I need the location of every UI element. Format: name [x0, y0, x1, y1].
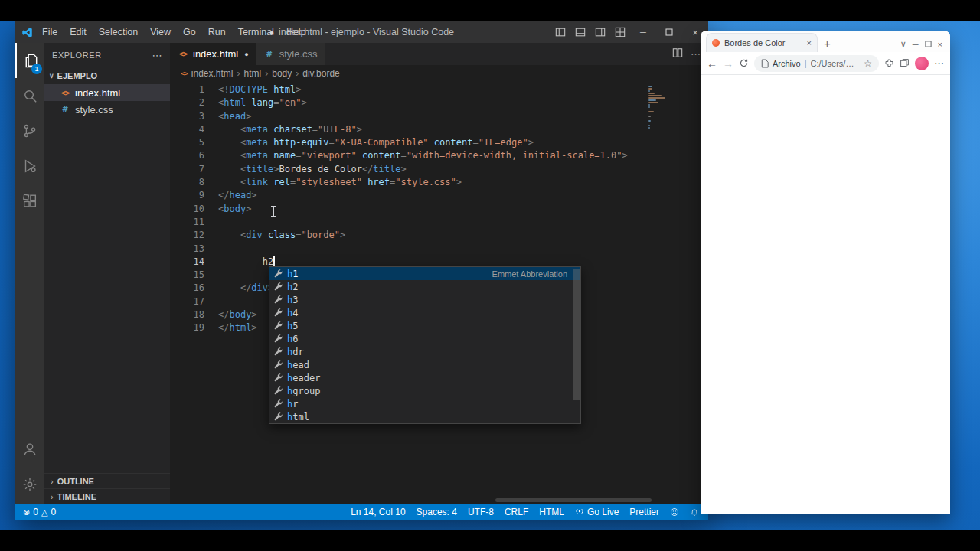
- suggestion-html[interactable]: html: [270, 410, 580, 423]
- maximize-button[interactable]: [656, 21, 682, 43]
- forward-button[interactable]: →: [723, 58, 733, 69]
- modified-dot-icon: ●: [244, 51, 248, 58]
- titlebar-actions: ─ ×: [550, 21, 708, 43]
- browser-menu-icon[interactable]: ⋯: [934, 57, 944, 69]
- tab-index.html[interactable]: <>index.html●: [170, 43, 256, 65]
- customize-layout-icon[interactable]: [610, 21, 630, 43]
- status-html[interactable]: HTML: [539, 507, 564, 517]
- suggestion-h2[interactable]: h2: [270, 280, 580, 293]
- activitybar-settings[interactable]: [15, 467, 44, 502]
- code-line-12: 12 <div class="borde">: [170, 229, 708, 242]
- profile-avatar[interactable]: [915, 57, 929, 70]
- activitybar-account[interactable]: [15, 432, 44, 467]
- explorer-more-actions-icon[interactable]: ⋯: [152, 50, 162, 61]
- breadcrumb: <>index.html›html›body›div.borde: [170, 65, 708, 82]
- file-name: index.html: [75, 87, 120, 99]
- vscode-titlebar[interactable]: FileEditSelectionViewGoRunTerminalHelp ●…: [15, 21, 708, 43]
- suggestion-h3[interactable]: h3: [270, 293, 580, 306]
- menu-selection[interactable]: Selection: [93, 21, 144, 43]
- favorites-star-icon[interactable]: ☆: [864, 58, 872, 69]
- activitybar-search[interactable]: [15, 78, 44, 113]
- status-utf-8[interactable]: UTF-8: [468, 507, 494, 517]
- browser-minimize-button[interactable]: ─: [913, 40, 919, 49]
- explorer-sidebar: EXPLORER ⋯ ∨ EJEMPLO <>index.html#style.…: [44, 43, 170, 504]
- status-prettier[interactable]: Prettier: [629, 507, 659, 517]
- status-spaces-4[interactable]: Spaces: 4: [416, 507, 457, 517]
- extensions-icon[interactable]: [884, 58, 894, 68]
- browser-tab-title: Bordes de Color: [724, 38, 786, 47]
- line-number: 12: [170, 229, 204, 242]
- browser-page-content[interactable]: [701, 75, 950, 514]
- tab-style.css[interactable]: #style.css: [256, 43, 326, 65]
- collections-icon[interactable]: [900, 58, 910, 68]
- breadcrumb-item-div.borde[interactable]: div.borde: [302, 68, 339, 79]
- toggle-secondary-sidebar-icon[interactable]: [590, 21, 610, 43]
- suggestion-h4[interactable]: h4: [270, 306, 580, 319]
- new-tab-button[interactable]: +: [824, 37, 831, 49]
- activitybar-explorer[interactable]: 1: [15, 43, 44, 78]
- suggestion-h5[interactable]: h5: [270, 319, 580, 332]
- activitybar-extensions[interactable]: [15, 184, 44, 219]
- suggestion-h6[interactable]: h6: [270, 332, 580, 345]
- more-actions-icon[interactable]: ⋯: [691, 48, 701, 60]
- code-text: <title>Bordes de Color</title>: [204, 163, 407, 176]
- tab-search-icon[interactable]: ∨: [900, 39, 906, 49]
- browser-tab[interactable]: Bordes de Color ×: [706, 33, 818, 52]
- suggestion-hr[interactable]: hr: [270, 397, 580, 410]
- suggestion-header[interactable]: header: [270, 371, 580, 384]
- suggestion-h1[interactable]: h1Emmet Abbreviation: [270, 267, 580, 280]
- section-timeline[interactable]: ›TIMELINE: [44, 488, 170, 504]
- activitybar-run-debug[interactable]: [15, 148, 44, 184]
- status-ln-14-col-10[interactable]: Ln 14, Col 10: [351, 507, 405, 517]
- menu-go[interactable]: Go: [177, 21, 202, 43]
- suggest-scrollbar[interactable]: [573, 269, 580, 400]
- minimap-line: [648, 125, 650, 126]
- tab-close-icon[interactable]: ×: [807, 38, 812, 47]
- horizontal-scrollbar[interactable]: [495, 498, 652, 502]
- status-crlf[interactable]: CRLF: [505, 507, 528, 517]
- split-editor-icon[interactable]: [672, 47, 683, 60]
- folder-name: EJEMPLO: [57, 71, 98, 80]
- browser-close-button[interactable]: ×: [938, 40, 942, 49]
- menu-run[interactable]: Run: [202, 21, 232, 43]
- menu-view[interactable]: View: [144, 21, 177, 43]
- code-text: <!DOCTYPE html>: [204, 83, 301, 96]
- file-item-style.css[interactable]: #style.css: [44, 101, 170, 118]
- address-bar[interactable]: Archivo | C:/Users/mi... ☆: [754, 55, 879, 72]
- problems-indicator[interactable]: ⊗ 0 △ 0: [23, 507, 56, 517]
- line-number: 13: [170, 243, 204, 256]
- line-number: 2: [170, 96, 204, 109]
- menu-file[interactable]: File: [36, 21, 64, 43]
- status-label: Go Live: [587, 507, 619, 517]
- toggle-sidebar-icon[interactable]: [550, 21, 570, 43]
- status-go-live[interactable]: Go Live: [575, 507, 619, 518]
- browser-maximize-button[interactable]: [925, 40, 932, 49]
- suggestion-label: hr: [287, 399, 298, 409]
- minimize-button[interactable]: ─: [630, 21, 656, 43]
- bell-icon[interactable]: [690, 507, 699, 517]
- suggestion-hdr[interactable]: hdr: [270, 345, 580, 358]
- line-number: 19: [170, 321, 204, 334]
- emmet-wrench-icon: [273, 295, 283, 305]
- back-button[interactable]: ←: [707, 58, 717, 69]
- code-text: </body>: [204, 308, 257, 321]
- section-outline[interactable]: ›OUTLINE: [44, 473, 170, 488]
- emmet-wrench-icon: [273, 373, 283, 383]
- file-item-index.html[interactable]: <>index.html: [44, 84, 170, 101]
- suggestion-head[interactable]: head: [270, 358, 580, 371]
- activitybar-source-control[interactable]: [15, 113, 44, 148]
- refresh-button[interactable]: [739, 58, 749, 68]
- toggle-panel-icon[interactable]: [570, 21, 590, 43]
- status-label: Spaces: 4: [416, 507, 457, 517]
- menu-edit[interactable]: Edit: [64, 21, 93, 43]
- emmet-wrench-icon: [273, 334, 283, 344]
- feedback-icon[interactable]: [670, 507, 679, 517]
- breadcrumb-item-body[interactable]: body: [272, 68, 292, 79]
- folder-ejemplo[interactable]: ∨ EJEMPLO: [44, 67, 170, 84]
- minimap[interactable]: [648, 86, 667, 129]
- breadcrumb-item-index.html[interactable]: index.html: [191, 68, 234, 79]
- breadcrumb-item-html[interactable]: html: [244, 68, 262, 79]
- suggestion-hgroup[interactable]: hgroup: [270, 384, 580, 397]
- suggestion-label: hgroup: [287, 386, 320, 396]
- desktop[interactable]: FileEditSelectionViewGoRunTerminalHelp ●…: [0, 21, 980, 530]
